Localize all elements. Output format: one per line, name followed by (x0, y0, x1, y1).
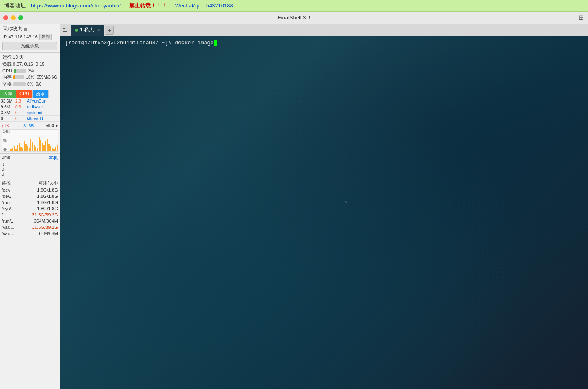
disk-path-7: /var/... (2, 225, 27, 230)
tab-memory[interactable]: 内存 (0, 90, 16, 98)
disk-size-3: 1.8G/1.8G (29, 200, 58, 205)
net-down-value: ↓816B (21, 123, 34, 128)
mem-percent: 18% (26, 75, 34, 79)
disk-size-1: 1.8G/1.8G (29, 187, 58, 192)
sync-dot (24, 28, 27, 31)
net-bar-group-11 (29, 148, 30, 151)
top-banner: 博客地址： https://www.cnblogs.com/chenyanbin… (0, 0, 588, 12)
swap-label: 交换 (2, 81, 12, 87)
title-bar: FinalShell 3.9 ⊞ (0, 12, 588, 24)
net-bar-group-2 (14, 146, 15, 151)
process-tabs: 内存 CPU 命令 (0, 90, 60, 98)
grid-icon[interactable]: ⊞ (578, 14, 584, 22)
disk-size-7: 31.5G/39.2G (29, 225, 58, 230)
chevron-down-icon[interactable]: ▾ (55, 123, 58, 128)
new-tab-button[interactable]: + (105, 26, 114, 35)
close-button[interactable] (3, 15, 8, 20)
ping-row-3: 0 (2, 172, 58, 177)
tab-command[interactable]: 命令 (33, 90, 49, 98)
net-bar-group-1 (12, 148, 13, 151)
proc-row-3: 3.8M 0 systemd (0, 110, 60, 116)
net-bar-group-9 (25, 144, 27, 151)
ip-label: IP (2, 34, 7, 39)
mem-bar-container (13, 75, 24, 79)
ping-local: 本机 (49, 155, 58, 161)
process-table: 33.6M 2.3 AliYunDur 9.6M 0.3 redis-ser 3… (0, 98, 60, 122)
net-bar-group-8 (24, 141, 25, 151)
disk-path-col-header: 路径 (2, 180, 27, 186)
app-title: FinalShell 3.9 (278, 14, 311, 21)
ping-header: 0ms 本机 (2, 155, 58, 161)
terminal-content[interactable]: [root@iZuf6h3gvu2nu1mtloha98Z ~]# docker… (60, 36, 588, 389)
sysinfo-button[interactable]: 系统信息 (2, 42, 57, 50)
sys-stats: 运行 13 天 负载 0.07, 0.16, 0.15 CPU 2% 内存 18… (0, 53, 60, 90)
minimize-button[interactable] (11, 15, 16, 20)
net-bar-group-15 (35, 147, 36, 151)
tab-cpu[interactable]: CPU (16, 90, 33, 98)
net-bar-group-20 (43, 145, 45, 151)
disk-row-2: /dev... 1.8G/1.8G (0, 193, 60, 199)
proc-row-1: 33.6M 2.3 AliYunDur (0, 98, 60, 104)
disk-header: 路径 可用/大小 (0, 180, 60, 187)
proc-cpu-1: 2.3 (15, 99, 27, 103)
net-label-top: 14K (3, 130, 10, 134)
copy-ip-button[interactable]: 复制 (39, 34, 52, 40)
net-bar-group-26 (53, 149, 55, 151)
mem-label: 内存 (2, 74, 12, 80)
ping-row-1: 0 (2, 162, 58, 167)
sync-status: 同步状态 (2, 26, 57, 33)
disk-path-8: /var/... (2, 231, 27, 236)
proc-mem-2: 9.6M (1, 105, 15, 109)
disk-row-1: /dev 1.8G/1.8G (0, 187, 60, 193)
disk-row-5: / 31.5G/39.2G (0, 212, 60, 218)
disk-path-6: /run/... (2, 219, 27, 223)
window-controls (3, 15, 23, 20)
proc-name-2[interactable]: redis-ser (27, 105, 59, 109)
disk-path-2: /dev... (2, 194, 27, 199)
cpu-bar-container (14, 69, 26, 73)
proc-mem-3: 3.8M (1, 110, 15, 115)
disk-path-4: /sys/... (2, 206, 27, 211)
disk-path-5: / (2, 212, 27, 217)
disk-size-col-header: 可用/大小 (29, 180, 58, 186)
net-bars (10, 130, 58, 151)
net-bar-group-10 (27, 146, 28, 151)
disk-row-3: /run 1.8G/1.8G (0, 199, 60, 206)
net-bar-group-18 (40, 140, 41, 151)
terminal-tab-1[interactable]: 1 私人 × (71, 25, 104, 36)
disk-size-2: 1.8G/1.8G (29, 194, 58, 199)
sidebar: 同步状态 IP 47.116.143.16 复制 系统信息 运行 13 天 负载… (0, 24, 60, 389)
disk-size-5: 31.5G/39.2G (29, 212, 58, 217)
net-bar-group-4 (17, 145, 18, 151)
terminal-cursor (214, 40, 217, 46)
ping-row-2: 0 (2, 167, 58, 172)
cpu-stat-row: CPU 2% (2, 68, 57, 73)
net-bar-group-27 (55, 147, 56, 151)
blog-url[interactable]: https://www.cnblogs.com/chenyanbin/ (31, 2, 121, 9)
ip-row: IP 47.116.143.16 复制 (2, 34, 57, 40)
ping-rows: 0 0 0 (2, 162, 58, 177)
maximize-button[interactable] (18, 15, 23, 20)
folder-icon[interactable]: 🗂 (62, 26, 68, 34)
tab-close-button[interactable]: × (97, 28, 100, 33)
net-bar-group-0 (10, 149, 12, 151)
no-copy: 禁止转载！！！ (129, 2, 167, 10)
proc-name-3[interactable]: systemd (27, 110, 59, 115)
mem-value: 659M/3.6G (37, 75, 57, 79)
prompt-text: [root@iZuf6h3gvu2nu1mtloha98Z ~]# docker… (65, 40, 214, 46)
proc-name-4[interactable]: kthreadd (27, 116, 59, 121)
net-bar-group-23 (48, 144, 50, 151)
proc-cpu-3: 0 (15, 110, 27, 115)
swap-percent: 0% (27, 82, 33, 86)
terminal-background (60, 36, 588, 389)
tab-label-1: 1 私人 (80, 26, 94, 34)
mem-bar (13, 75, 15, 79)
terminal-prompt[interactable]: [root@iZuf6h3gvu2nu1mtloha98Z ~]# docker… (65, 40, 583, 46)
net-bar-group-3 (15, 149, 17, 151)
disk-path-1: /dev (2, 187, 27, 192)
proc-name-1[interactable]: AliYunDur (27, 99, 59, 103)
disk-path-3: /run (2, 200, 27, 205)
proc-row-2: 9.6M 0.3 redis-ser (0, 104, 60, 110)
uptime: 运行 13 天 (2, 54, 57, 60)
cpu-bar (14, 69, 16, 73)
